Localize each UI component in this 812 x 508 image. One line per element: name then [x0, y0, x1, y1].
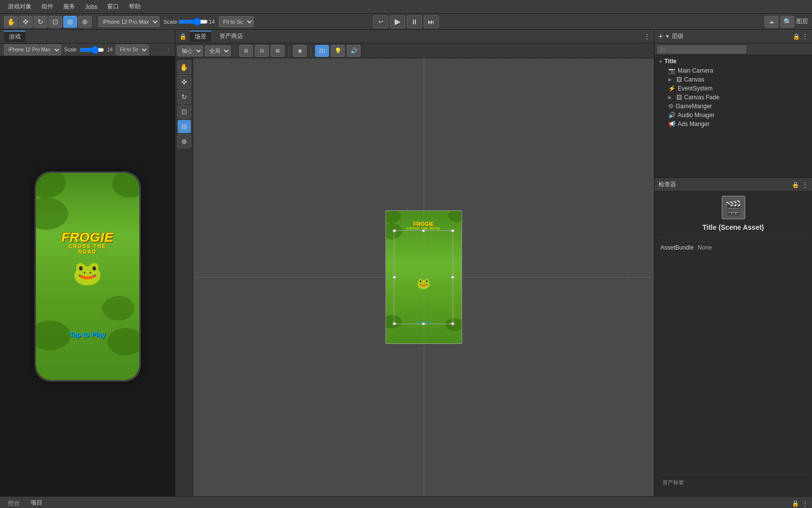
scene-asset-icon: 🎬 — [725, 200, 742, 216]
phone-mockup: FROGIE CROSS THE ROAD 🐸 Tap to Play — [35, 171, 141, 381]
hierarchy-item-label-audiomanager: Audio Mnager — [678, 112, 715, 119]
rect-scene-button[interactable]: ⊞ — [177, 120, 191, 133]
hierarchy-item-main-camera[interactable]: 📷 Main Camera — [654, 66, 812, 75]
hierarchy-item-audiomanager[interactable]: 🔊 Audio Mnager — [654, 111, 812, 120]
collab-button[interactable]: ☁ — [765, 16, 778, 28]
hierarchy-item-label-eventsystem: EventSystem — [678, 85, 713, 92]
play-button[interactable]: ▶ — [390, 15, 405, 28]
inspector-asset-icon: 🎬 — [722, 196, 745, 219]
device-selector[interactable]: iPhone 12 Pro Max — [98, 16, 160, 27]
menu-component[interactable]: 组件 — [38, 1, 57, 12]
2d-button[interactable]: 2D — [315, 45, 329, 57]
fit-selector[interactable]: Fit to Sc — [219, 16, 254, 27]
inspector-header: 检查器 🔒 ⋮ — [654, 178, 812, 192]
search-button[interactable]: 🔍 — [780, 16, 794, 28]
move-tool-button[interactable]: ✜ — [19, 16, 33, 28]
hierarchy-header: + ▼ 层级 🔒 ⋮ — [654, 30, 812, 43]
inspector-asset-title: Title (Scene Asset) — [702, 223, 764, 231]
asset-bundle-label: AssetBundle — [660, 244, 693, 251]
scene-tools-row: ✋ ✜ ↻ ⊡ ⊞ ⊕ FROGIE — [175, 58, 654, 496]
hand-tool-button[interactable]: ✋ — [4, 16, 18, 28]
move-scene-button[interactable]: ✜ — [177, 75, 191, 89]
canvasfade-arrow: ▶ — [668, 95, 674, 100]
scale-scene-button[interactable]: ⊡ — [177, 105, 191, 119]
hierarchy-root: ▼ Title — [654, 56, 812, 66]
hierarchy-content: ▼ Title 📷 Main Camera ▶ 🖼 Canvas ⚡ Event… — [654, 55, 812, 177]
hierarchy-item-eventsystem[interactable]: ⚡ EventSystem — [654, 84, 812, 93]
rotate-tool-button[interactable]: ↻ — [34, 16, 47, 28]
hierarchy-item-canvas-fade[interactable]: ▶ 🖼 Canvas Fade — [654, 93, 812, 102]
console-tab[interactable]: 控台 — [4, 498, 24, 508]
hierarchy-options-icon[interactable]: ⋮ — [802, 33, 808, 40]
scene-view-panel: 🔒 场景 资产商店 ⋮ 轴心 全局 ⊞ ⊟ ⊠ ◉ 2D 💡 🔊 — [175, 30, 654, 496]
main-toolbar: ✋ ✜ ↻ ⊡ ⊞ ⊕ iPhone 12 Pro Max Scale 14 F… — [0, 14, 812, 30]
scene-options-icon[interactable]: ⋮ — [644, 33, 650, 40]
transform-tool-button[interactable]: ⊕ — [78, 16, 92, 28]
menu-window[interactable]: 窗口 — [103, 1, 123, 12]
menu-gameobject[interactable]: 游戏对象 — [4, 1, 36, 12]
inspector-label: 检查器 — [658, 180, 676, 189]
hierarchy-item-adsmanager[interactable]: 📢 Ads Manger — [654, 120, 812, 128]
gizmo3-button[interactable]: ⊠ — [271, 45, 284, 57]
bottom-header: 控台 项目 🔒 ⋮ — [0, 497, 812, 508]
render-mode-button[interactable]: ◉ — [293, 45, 307, 57]
game-device-selector[interactable]: iPhone 12 Pro Max — [4, 44, 61, 55]
lighting-button[interactable]: 💡 — [331, 45, 345, 57]
bottom-panel: 控台 项目 🔒 ⋮ + ⊕ 24 Assets › Scenes 🎬 GameP… — [0, 496, 812, 508]
bottom-lock-icon[interactable]: 🔒 — [792, 500, 799, 507]
inspector-content: 🎬 Title (Scene Asset) AssetBundle None 资… — [654, 192, 812, 496]
scene-content[interactable]: FROGIE CROSS THE ROAD 🐸 — [193, 58, 654, 496]
custom-scene-button[interactable]: ⊕ — [177, 134, 191, 148]
menu-help[interactable]: 帮助 — [125, 1, 145, 12]
game-subtitle-text: CROSS THE ROAD — [61, 244, 114, 254]
project-tab[interactable]: 项目 — [27, 498, 46, 508]
game-fit-selector[interactable]: Fit to Sc — [116, 44, 149, 55]
hierarchy-search-bar — [654, 43, 812, 55]
gizmo2-button[interactable]: ⊟ — [255, 45, 269, 57]
hierarchy-item-gamemanager[interactable]: ⚙ GameManger — [654, 102, 812, 111]
bottom-options-icon[interactable]: ⋮ — [802, 500, 808, 507]
rotate-scene-button[interactable]: ↻ — [177, 90, 191, 104]
menu-bar: 游戏对象 组件 服务 Jobs 窗口 帮助 — [0, 0, 812, 14]
asset-bundle-value: None — [697, 244, 712, 251]
menu-services[interactable]: 服务 — [59, 1, 79, 12]
bush-bl — [36, 321, 71, 350]
asset-store-tab[interactable]: 资产商店 — [214, 31, 248, 42]
scene-header: 🔒 场景 资产商店 ⋮ — [175, 30, 654, 43]
pause-button[interactable]: ⏸ — [407, 15, 422, 28]
game-view-panel: 游戏 iPhone 12 Pro Max Scale 14 Fit to Sc … — [0, 30, 175, 496]
options-menu-icon[interactable]: ⋮ — [166, 47, 171, 52]
tool-strip: ✋ ✜ ↻ ⊡ ⊞ ⊕ — [175, 58, 193, 496]
hierarchy-item-label-canvas: Canvas — [684, 76, 704, 83]
hierarchy-item-canvas[interactable]: ▶ 🖼 Canvas — [654, 75, 812, 84]
step-button[interactable]: ⏭ — [424, 15, 439, 28]
bush-ml — [36, 198, 68, 230]
inspector-lock-icon[interactable]: 🔒 — [792, 181, 799, 188]
handle-tr[interactable] — [451, 229, 454, 232]
audio-button[interactable]: 🔊 — [347, 45, 361, 57]
camera-icon: 📷 — [668, 67, 676, 74]
gizmo1-button[interactable]: ⊞ — [239, 45, 253, 57]
rect-tool-button[interactable]: ⊞ — [63, 16, 77, 28]
canvasfade-icon: 🖼 — [676, 94, 682, 101]
hierarchy-lock-icon[interactable]: 🔒 — [793, 33, 800, 40]
game-tab[interactable]: 游戏 — [4, 31, 26, 42]
menu-jobs[interactable]: Jobs — [81, 2, 101, 11]
toolbar-center: ↩ ▶ ⏸ ⏭ — [373, 15, 439, 28]
inspector-options-icon[interactable]: ⋮ — [802, 181, 808, 188]
scene-tab[interactable]: 场景 — [190, 31, 211, 42]
game-scale-value: 14 — [107, 47, 113, 52]
scale-slider[interactable] — [178, 18, 208, 25]
hand-scene-button[interactable]: ✋ — [177, 60, 191, 74]
add-hierarchy-button[interactable]: + — [658, 32, 663, 41]
phone-screen: FROGIE CROSS THE ROAD 🐸 Tap to Play — [36, 173, 139, 380]
audiomanager-icon: 🔊 — [668, 112, 676, 119]
pivot-selector[interactable]: 轴心 — [177, 45, 203, 56]
game-title-area: FROGIE CROSS THE ROAD — [61, 231, 114, 254]
hierarchy-search-input[interactable] — [657, 45, 746, 53]
global-selector[interactable]: 全局 — [205, 45, 231, 56]
undo-button[interactable]: ↩ — [373, 15, 388, 28]
frog-character: 🐸 — [73, 259, 102, 287]
scale-tool-button[interactable]: ⊡ — [48, 16, 62, 28]
game-scale-slider[interactable] — [80, 47, 104, 53]
